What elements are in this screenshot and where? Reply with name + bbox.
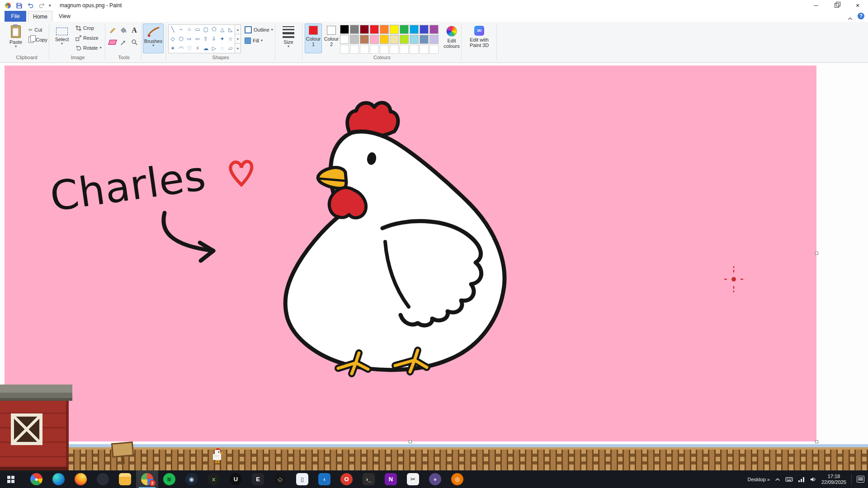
palette-swatch[interactable] [360, 35, 369, 44]
shape-cell[interactable]: ▭ [193, 25, 202, 34]
palette-swatch[interactable] [360, 25, 369, 34]
magnifier-tool[interactable] [129, 37, 139, 47]
palette-swatch-empty[interactable] [429, 45, 439, 54]
palette-swatch[interactable] [340, 25, 349, 34]
taskbar-icon-steam[interactable]: ◉ [180, 470, 203, 488]
start-button[interactable] [0, 470, 22, 488]
shape-cell[interactable]: ▢ [202, 25, 210, 34]
shape-cell[interactable]: ⬡ [177, 34, 185, 44]
pencil-tool[interactable] [108, 25, 118, 35]
palette-swatch[interactable] [429, 35, 439, 44]
shapes-gallery-expand[interactable]: ▼ [235, 44, 241, 53]
help-button[interactable]: ? [858, 13, 864, 19]
canvas-resize-handle-corner[interactable] [815, 440, 818, 443]
shape-cell[interactable]: ◇ [169, 34, 177, 44]
collapse-ribbon-button[interactable] [848, 14, 853, 22]
taskbar-icon-unity[interactable]: ◇ [269, 470, 291, 488]
taskbar-icon-epic-games[interactable]: E [247, 470, 269, 488]
taskbar-icon-phone-link[interactable]: ▯ [291, 470, 313, 488]
shape-cell[interactable]: ⇧ [202, 34, 210, 44]
hidden-icons-button[interactable] [775, 478, 780, 481]
taskbar-icon-unreal-engine[interactable]: U [225, 470, 247, 488]
palette-swatch-empty[interactable] [400, 45, 409, 54]
paint-canvas[interactable]: Charles [5, 66, 816, 441]
taskbar-icon-spotify[interactable]: ≋ [158, 470, 180, 488]
paste-button[interactable]: Paste ▾ [5, 23, 26, 53]
fill-button[interactable]: Fill ▾ [243, 36, 264, 45]
palette-swatch[interactable] [410, 35, 419, 44]
palette-swatch-empty[interactable] [370, 45, 379, 54]
shape-cell[interactable]: ◌ [218, 43, 226, 53]
shapes-scroll-up[interactable]: ▲ [235, 24, 241, 34]
palette-swatch-empty[interactable] [410, 45, 419, 54]
redo-button[interactable] [38, 1, 46, 9]
taskbar-icon-vscode[interactable]: ‹ [313, 470, 335, 488]
palette-swatch[interactable] [429, 25, 439, 34]
shape-cell[interactable]: ◺ [226, 25, 235, 34]
shape-cell[interactable]: ▷ [210, 43, 218, 53]
taskbar-icon-paint[interactable]: 2 [136, 470, 158, 488]
palette-swatch-empty[interactable] [360, 45, 369, 54]
shape-cell[interactable]: ⚡ [193, 43, 202, 53]
palette-swatch-empty[interactable] [380, 45, 389, 54]
eraser-tool[interactable] [108, 37, 118, 47]
cut-button[interactable]: ✂ Cut [27, 25, 43, 34]
shape-cell[interactable]: ✦ [218, 34, 226, 44]
taskbar-icon-github-desktop[interactable]: ● [424, 470, 446, 488]
undo-button[interactable] [26, 1, 34, 9]
palette-swatch[interactable] [340, 35, 349, 44]
taskbar-icon-terminal[interactable]: ›_ [358, 470, 380, 488]
palette-swatch[interactable] [370, 35, 379, 44]
size-button[interactable]: Size ▾ [278, 23, 299, 53]
colour1-button[interactable]: Colour 1 [305, 23, 322, 53]
taskbar-icon-file-explorer[interactable] [114, 470, 136, 488]
fill-tool[interactable] [118, 25, 128, 35]
canvas-resize-handle-right[interactable] [815, 252, 818, 255]
shape-cell[interactable]: ▱ [226, 43, 235, 53]
taskbar-clock[interactable]: 17:18 22/09/2025 [821, 474, 846, 485]
palette-swatch[interactable] [400, 35, 409, 44]
palette-swatch-empty[interactable] [390, 45, 399, 54]
palette-swatch[interactable] [420, 25, 429, 34]
shape-cell[interactable]: ⇨ [185, 34, 193, 44]
edit-with-paint3d-button[interactable]: 3D Edit with Paint 3D [465, 23, 494, 53]
color-picker-tool[interactable] [118, 37, 128, 47]
taskbar-icon-chrome[interactable]: ● [25, 470, 47, 488]
palette-swatch[interactable] [400, 25, 409, 34]
taskbar-icon-opera[interactable]: O [335, 470, 358, 488]
text-tool[interactable]: A [129, 25, 139, 35]
palette-swatch[interactable] [410, 25, 419, 34]
palette-swatch[interactable] [420, 35, 429, 44]
shape-cell[interactable]: ☆ [226, 34, 235, 44]
tab-home[interactable]: Home [28, 11, 52, 22]
palette-swatch-empty[interactable] [340, 45, 349, 54]
shape-cell[interactable]: ⬠ [210, 25, 218, 34]
palette-swatch[interactable] [390, 35, 399, 44]
shape-cell[interactable]: ◠ [177, 43, 185, 53]
palette-swatch[interactable] [350, 25, 359, 34]
shape-cell[interactable]: ○ [185, 25, 193, 34]
shape-cell[interactable]: ⇩ [210, 34, 218, 44]
palette-swatch-empty[interactable] [350, 45, 359, 54]
maximize-button[interactable] [826, 0, 847, 11]
save-button[interactable] [15, 1, 23, 9]
copy-button[interactable]: Copy [27, 35, 49, 44]
touch-keyboard-button[interactable] [785, 476, 793, 483]
shape-cell[interactable]: ╲ [169, 25, 177, 34]
rotate-button[interactable]: Rotate ▾ [74, 43, 103, 52]
taskbar-icon-onenote[interactable]: N [380, 470, 402, 488]
action-center-button[interactable] [857, 476, 864, 483]
palette-swatch-empty[interactable] [420, 45, 429, 54]
taskbar-icon-capcut[interactable]: ✂ [402, 470, 424, 488]
resize-button[interactable]: Resize [74, 33, 100, 42]
palette-swatch[interactable] [390, 25, 399, 34]
canvas-resize-handle-bottom[interactable] [409, 440, 412, 443]
select-button[interactable]: Select ▾ [52, 23, 72, 53]
edit-colours-button[interactable]: Edit colours [441, 23, 462, 53]
crop-button[interactable]: Crop [74, 23, 95, 33]
shape-cell[interactable]: ~ [177, 25, 185, 34]
network-button[interactable] [798, 476, 805, 483]
desktop-toolbar[interactable]: Desktop » [747, 477, 769, 482]
shape-cell[interactable]: ☁ [202, 43, 210, 53]
minimize-button[interactable] [806, 0, 826, 11]
